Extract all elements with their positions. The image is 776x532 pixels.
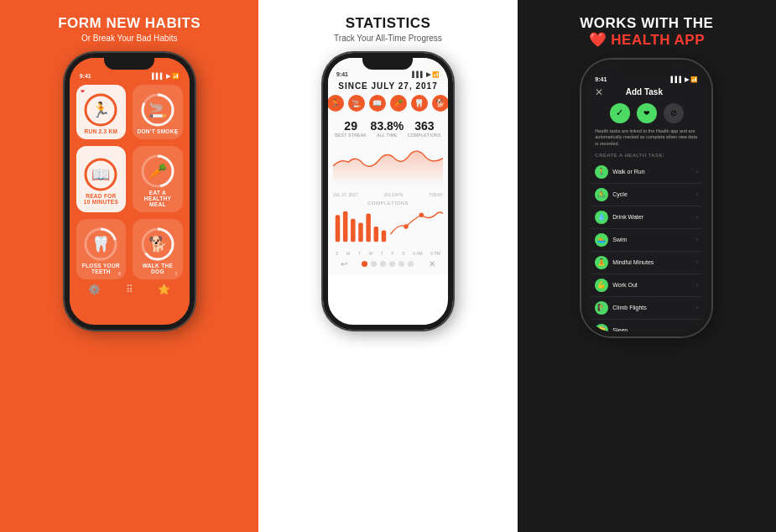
grid-icon[interactable]: ⠿ bbox=[126, 284, 133, 295]
health-task-list: 🚶 Walk or Run › 🚴 Cycle › 💧 Drink Water bbox=[591, 161, 701, 331]
habit-floss[interactable]: 🦷 FLOSS YOUR TEETH 8 bbox=[76, 219, 127, 279]
panel-3-title2: ❤️ HEALTH APP bbox=[589, 32, 705, 49]
habit-read[interactable]: 📖 READ FOR10 MINUTES bbox=[76, 146, 127, 212]
time-6pm: 6 PM bbox=[430, 251, 440, 256]
date-mid: 101 DAYS bbox=[383, 192, 403, 197]
date-end: TODAY bbox=[429, 192, 443, 197]
smoke-ring: 🚬 bbox=[139, 91, 176, 128]
dot-active bbox=[362, 261, 367, 267]
phone-2: 9:41 ▌▌▌ ▶ 📶 SINCE JULY 27, 2017 🏃 🚬 📖 🥕… bbox=[323, 53, 453, 330]
line-chart: JUL 27, 2017 101 DAYS TODAY bbox=[333, 141, 443, 197]
dot-5 bbox=[408, 261, 414, 267]
close-icon[interactable]: ✕ bbox=[595, 86, 603, 98]
app-container: FORM NEW HABITS Or Break Your Bad Habits… bbox=[0, 0, 776, 532]
sleep-icon: 😴 bbox=[595, 324, 608, 331]
arrow-sleep: › bbox=[696, 326, 699, 331]
habit-read-label: READ FOR10 MINUTES bbox=[84, 193, 118, 205]
settings-icon[interactable]: ⚙️ bbox=[88, 284, 101, 295]
task-climb[interactable]: 🧗 Climb Flights › bbox=[591, 297, 701, 320]
alltime-label: ALL TIME bbox=[371, 133, 404, 138]
panel-form-habits: FORM NEW HABITS Or Break Your Bad Habits… bbox=[0, 0, 258, 532]
arrow-climb: › bbox=[696, 304, 699, 311]
cancel-btn[interactable]: ⊘ bbox=[664, 103, 684, 123]
workout-label: Work Out bbox=[612, 282, 695, 288]
dot-3 bbox=[389, 261, 395, 267]
signals-3: ▌▌▌ ▶ 📶 bbox=[671, 76, 699, 83]
task-mindful[interactable]: 🧘 Mindful Minutes › bbox=[591, 252, 701, 274]
dot-4 bbox=[398, 261, 404, 267]
mindful-label: Mindful Minutes bbox=[612, 259, 695, 265]
habit-eat-label: EAT A HEALTHYMEAL bbox=[136, 190, 180, 207]
heart-btn[interactable]: ❤ bbox=[637, 103, 657, 123]
status-bar-2: 9:41 ▌▌▌ ▶ 📶 bbox=[333, 71, 443, 78]
run-ring: 🏃 bbox=[82, 91, 119, 128]
panel-2-title: STATISTICS bbox=[346, 15, 431, 32]
add-task-title: Add Task bbox=[626, 87, 663, 96]
habit-dog-label: WALK THE DOG bbox=[136, 263, 180, 274]
habit-floss-label: FLOSS YOUR TEETH bbox=[80, 263, 123, 274]
svg-rect-18 bbox=[382, 231, 386, 243]
stats-row: 29 BEST STREAK 83.8% ALL TIME 363 COMPLE… bbox=[333, 119, 443, 138]
panel-statistics: STATISTICS Track Your All-Time Progress … bbox=[258, 0, 517, 532]
dot-2 bbox=[380, 261, 386, 267]
signals-2: ▌▌▌ ▶ 📶 bbox=[412, 71, 440, 78]
habit-run[interactable]: ❤ 🏃 RUN 2.3 KM bbox=[76, 85, 127, 139]
status-bar-1: 9:41 ▌▌▌ ▶ 📶 bbox=[76, 73, 183, 80]
forward-icon[interactable]: ✕ bbox=[429, 259, 435, 269]
walk-icon: 🚶 bbox=[595, 165, 608, 179]
panel-health: WORKS WITH THE ❤️ HEALTH APP 9:41 ▌▌▌ ▶ … bbox=[518, 0, 776, 532]
back-icon[interactable]: ↩ bbox=[341, 259, 347, 269]
svg-point-20 bbox=[419, 213, 424, 217]
bar-s2: S bbox=[402, 251, 404, 256]
habit-run-label: RUN 2.3 KM bbox=[84, 128, 117, 134]
streak-label: BEST STREAK bbox=[335, 133, 367, 138]
habit-smoke[interactable]: 🚬 DON'T SMOKE 5 bbox=[133, 85, 183, 139]
habit-icons-row: 🏃 🚬 📖 🥕 🦷 🐕 bbox=[328, 95, 448, 112]
phone-1: 9:41 ▌▌▌ ▶ 📶 ❤ bbox=[65, 53, 195, 330]
task-workout[interactable]: 💪 Work Out › bbox=[591, 274, 701, 297]
bar-chart: S M T W T F S 6 AM 6 PM bbox=[333, 206, 443, 256]
water-label: Drink Water bbox=[612, 214, 695, 220]
arrow-water: › bbox=[696, 213, 699, 221]
bottom-nav-1: ⚙️ ⠿ ⭐ bbox=[76, 279, 183, 297]
habit-floss-streak: 8 bbox=[118, 271, 121, 276]
task-sleep[interactable]: 😴 Sleep › bbox=[591, 320, 701, 331]
habit-smoke-streak: 5 bbox=[174, 131, 177, 136]
panel-2-subtitle: Track Your All-Time Progress bbox=[334, 34, 442, 43]
ic-smoke: 🚬 bbox=[348, 95, 365, 112]
task-type-icons: ✓ ❤ ⊘ bbox=[591, 103, 701, 123]
panel-3-title: WORKS WITH THE bbox=[580, 15, 713, 32]
task-cycle[interactable]: 🚴 Cycle › bbox=[591, 184, 701, 206]
status-bar-3: 9:41 ▌▌▌ ▶ 📶 bbox=[591, 76, 701, 83]
svg-rect-17 bbox=[374, 227, 378, 242]
bar-t2: T bbox=[381, 251, 383, 256]
ic-run: 🏃 bbox=[328, 95, 344, 112]
time-2: 9:41 bbox=[336, 71, 348, 78]
svg-rect-16 bbox=[366, 214, 370, 243]
task-walk[interactable]: 🚶 Walk or Run › bbox=[591, 161, 701, 184]
date-start: JUL 27, 2017 bbox=[333, 192, 358, 197]
create-task-label: CREATE A HEALTH TASK: bbox=[591, 153, 701, 158]
task-water[interactable]: 💧 Drink Water › bbox=[591, 206, 701, 229]
climb-icon: 🧗 bbox=[595, 301, 608, 315]
since-label: SINCE JULY 27, 2017 bbox=[338, 81, 438, 91]
star-icon[interactable]: ⭐ bbox=[158, 284, 170, 295]
habit-dog-streak: 2 bbox=[174, 271, 177, 276]
arrow-cycle: › bbox=[696, 190, 699, 198]
bar-w: W bbox=[368, 251, 372, 256]
notch-3 bbox=[622, 65, 672, 76]
bar-t1: T bbox=[358, 251, 361, 256]
svg-rect-15 bbox=[358, 223, 362, 243]
notch-1 bbox=[104, 58, 154, 70]
arrow-mindful: › bbox=[696, 258, 699, 266]
check-btn[interactable]: ✓ bbox=[610, 103, 630, 123]
notch-2 bbox=[362, 58, 413, 70]
habits-grid: ❤ 🏃 RUN 2.3 KM bbox=[76, 85, 183, 279]
habit-eat[interactable]: 🥕 EAT A HEALTHYMEAL bbox=[133, 146, 183, 212]
bar-s1: S bbox=[336, 251, 338, 256]
panel-3-title-text: WORKS WITH THE bbox=[580, 15, 713, 31]
mindful-icon: 🧘 bbox=[595, 256, 608, 269]
arrow-walk: › bbox=[696, 168, 699, 175]
habit-dog[interactable]: 🐕 WALK THE DOG 2 bbox=[133, 219, 183, 279]
task-swim[interactable]: 🏊 Swim › bbox=[591, 229, 701, 252]
